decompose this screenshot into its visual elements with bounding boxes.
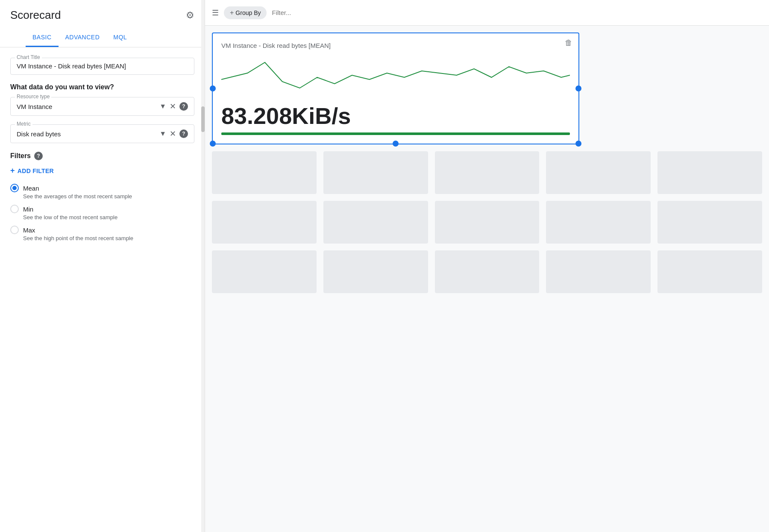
group-by-label: Group By [235,9,261,16]
section-what-data: What data do you want to view? [10,83,194,91]
right-content: VM Instance - Disk read bytes [MEAN] 🗑 8… [205,26,769,532]
metric-field: Metric Disk read bytes ▼ ✕ ? [10,124,194,143]
metric-dropdown-icon[interactable]: ▼ [159,130,166,138]
radio-row-min: Min [10,205,194,213]
resize-handle-left[interactable] [210,85,216,91]
sparkline-chart [221,50,570,101]
settings-icon[interactable]: ⚙ [186,10,194,21]
chart-title-label: Chart Title [15,54,42,60]
metric-clear-icon[interactable]: ✕ [170,129,176,138]
chart-title-group: Chart Title [10,58,194,75]
radio-mean[interactable] [10,184,19,192]
placeholder-grid-row3 [212,250,762,293]
placeholder-card [435,151,540,194]
placeholder-card [657,250,762,293]
placeholder-grid-row1 [212,151,762,194]
radio-row-mean: Mean [10,184,194,192]
placeholder-card [657,151,762,194]
filters-label: Filters [10,152,31,160]
radio-min[interactable] [10,205,19,213]
right-panel: ☰ + Group By VM Instance - Disk read byt… [205,0,769,532]
radio-item-mean: Mean See the averages of the most recent… [10,184,194,200]
tab-mql[interactable]: MQL [106,29,134,47]
scorecard-widget: VM Instance - Disk read bytes [MEAN] 🗑 8… [212,32,579,144]
filters-help-icon[interactable]: ? [34,152,43,160]
resize-handle-right[interactable] [575,85,581,91]
placeholder-card [323,201,428,244]
scrollbar-thumb[interactable] [201,106,205,132]
metric-label: Metric [15,121,32,127]
radio-min-label: Min [23,206,33,213]
add-filter-label: ADD FILTER [18,168,54,174]
scrollbar-track [201,0,205,532]
chart-title-input[interactable] [17,62,188,70]
radio-max-desc: See the high point of the most recent sa… [23,235,194,241]
placeholder-card [212,201,317,244]
filter-lines-icon[interactable]: ☰ [212,8,219,18]
resource-type-dropdown-icon[interactable]: ▼ [159,103,166,110]
metric-help-icon[interactable]: ? [179,129,188,138]
group-by-button[interactable]: + Group By [224,6,267,19]
right-toolbar: ☰ + Group By [205,0,769,26]
filters-row: Filters ? [10,152,194,160]
left-panel: Scorecard ⚙ BASIC ADVANCED MQL Chart Tit… [0,0,205,532]
left-header: Scorecard ⚙ [0,0,205,29]
placeholder-card [435,201,540,244]
tab-advanced[interactable]: ADVANCED [59,29,107,47]
resource-type-help-icon[interactable]: ? [179,102,188,111]
placeholder-card [657,201,762,244]
metric-value: Disk read bytes [17,130,156,138]
aggregation-radio-group: Mean See the averages of the most recent… [10,184,194,241]
widget-delete-button[interactable]: 🗑 [565,38,572,47]
resource-type-clear-icon[interactable]: ✕ [170,102,176,111]
widget-green-bar [221,132,570,135]
radio-item-min: Min See the low of the most recent sampl… [10,205,194,220]
sparkline-area [221,50,570,101]
radio-mean-desc: See the averages of the most recent samp… [23,193,194,200]
tabs-container: BASIC ADVANCED MQL [0,29,205,47]
resize-handle-bottom-left[interactable] [210,141,216,147]
resize-handle-bottom-right[interactable] [575,141,581,147]
radio-mean-label: Mean [23,185,39,192]
radio-min-desc: See the low of the most recent sample [23,214,194,220]
widget-title: VM Instance - Disk read bytes [MEAN] [221,42,331,49]
resource-type-field: Resource type VM Instance ▼ ✕ ? [10,97,194,116]
radio-item-max: Max See the high point of the most recen… [10,226,194,241]
chart-title-field: Chart Title [10,58,194,75]
resource-type-group: Resource type VM Instance ▼ ✕ ? [10,97,194,116]
left-content: Chart Title What data do you want to vie… [0,54,205,532]
placeholder-card [546,201,651,244]
page-title: Scorecard [10,9,61,22]
metric-group: Metric Disk read bytes ▼ ✕ ? [10,124,194,143]
placeholder-card [546,250,651,293]
group-by-plus-icon: + [230,9,234,17]
resource-type-label: Resource type [15,94,51,100]
placeholder-grid-row2 [212,201,762,244]
placeholder-card [212,250,317,293]
add-filter-button[interactable]: + ADD FILTER [10,166,194,175]
placeholder-card [435,250,540,293]
placeholder-card [212,151,317,194]
resource-type-value: VM Instance [17,103,156,110]
add-filter-plus-icon: + [10,166,15,175]
radio-max[interactable] [10,226,19,234]
placeholder-card [546,151,651,194]
filter-input[interactable] [272,9,762,16]
tab-basic[interactable]: BASIC [26,29,59,47]
widget-value: 83.208KiB/s [221,104,570,127]
radio-max-label: Max [23,226,35,234]
resize-handle-bottom-center[interactable] [393,141,399,147]
radio-row-max: Max [10,226,194,234]
placeholder-card [323,151,428,194]
placeholder-card [323,250,428,293]
